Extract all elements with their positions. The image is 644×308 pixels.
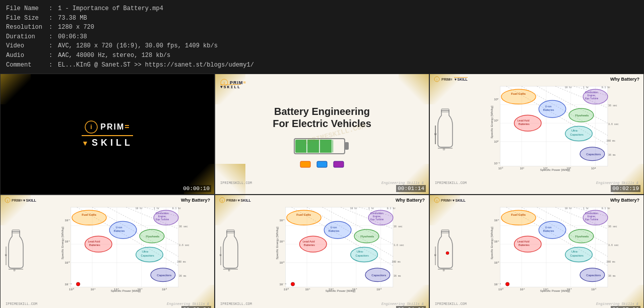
svg-text:10 hr: 10 hr	[565, 86, 572, 89]
corner-tl-5	[215, 195, 245, 225]
slide6-footer-right: Engineering Skills &	[596, 302, 638, 306]
svg-text:Combustion: Combustion	[156, 212, 169, 215]
meta-audio-label: Audio	[6, 51, 49, 60]
svg-text:10²: 10²	[494, 219, 499, 222]
svg-text:10²: 10²	[329, 288, 334, 291]
timestamp-5: 00:04:28	[396, 306, 426, 308]
thumbnail-1[interactable]: i PRIM= ▼SKILL 00:00:10	[0, 74, 215, 195]
svg-text:Gas Turbine: Gas Turbine	[156, 218, 169, 221]
svg-text:Ultra-: Ultra-	[571, 251, 578, 254]
svg-text:Lead Acid: Lead Acid	[88, 240, 100, 243]
svg-point-128	[76, 282, 80, 286]
svg-text:10¹: 10¹	[90, 288, 96, 291]
svg-text:10³: 10³	[137, 288, 143, 291]
meta-sep-5: :	[49, 41, 58, 51]
logo-prime-text: PRIM=	[100, 122, 130, 132]
svg-text:U-ion: U-ion	[330, 226, 337, 229]
bottle-svg-3: H D	[434, 108, 457, 151]
svg-text:3.6 sec: 3.6 sec	[608, 244, 619, 247]
svg-text:Flywheels: Flywheels	[575, 234, 589, 238]
svg-text:10⁰: 10⁰	[494, 261, 499, 265]
slide6-footer-left: IPRIMESKILL.COM	[435, 302, 467, 306]
corner-tl-3	[430, 74, 460, 104]
svg-text:10 hr: 10 hr	[350, 207, 358, 210]
chart-slide-5: i PRIM=▼SKILL Why Battery? H	[215, 195, 429, 308]
slide2-skill-text: ▼SKILL	[220, 84, 241, 89]
thumbnail-6[interactable]: i PRIM=▼SKILL Why Battery? H	[429, 195, 644, 308]
svg-text:H: H	[434, 133, 436, 136]
ragone-chart-4: Fuel Cells Combustion Engine, Gas Turbin…	[28, 204, 212, 296]
thumbnail-4[interactable]: i PRIM=▼SKILL Why Battery? H	[0, 195, 215, 308]
chart-slide-3: i PRIM= ▼SKILL Why Battery?	[430, 74, 643, 194]
meta-duration-value: 00:06:38	[58, 32, 87, 42]
thumb-2-inner: i PRIM= ▼SKILL iPRIMESKILL.COM Battery E…	[215, 74, 429, 194]
chart5-header: i PRIM=▼SKILL Why Battery?	[215, 195, 429, 204]
svg-text:10⁰: 10⁰	[279, 261, 285, 265]
svg-text:10²: 10²	[543, 288, 549, 291]
thumbnail-5[interactable]: i PRIM=▼SKILL Why Battery? H	[215, 195, 429, 308]
svg-text:i: i	[91, 124, 92, 131]
chart4-why-battery: Why Battery?	[181, 198, 210, 203]
svg-text:Gas Turbine: Gas Turbine	[585, 97, 599, 100]
bottle-svg-5: H D	[219, 229, 242, 272]
slide2-footer-left: IPRIMESKILL.COM	[220, 181, 252, 185]
svg-text:3.6 sec: 3.6 sec	[394, 244, 404, 247]
meta-video-value: AVC, 1280 x 720 (16:9), 30.00 fps, 1409 …	[58, 41, 218, 51]
svg-text:10¹: 10¹	[520, 288, 525, 291]
ragone-chart-3: Fuel Cells Combustion Engine, Gas Turbin…	[458, 83, 641, 175]
svg-rect-5	[345, 142, 349, 150]
svg-text:36 ms: 36 ms	[179, 275, 186, 277]
thumb-3-inner: i PRIM= ▼SKILL Why Battery?	[430, 74, 643, 194]
timestamp-3: 00:02:19	[611, 185, 640, 192]
svg-text:10⁻¹: 10⁻¹	[279, 283, 287, 286]
meta-comment-label: Comment	[6, 60, 49, 70]
svg-text:10⁴: 10⁴	[376, 288, 382, 291]
chart6-area: H D	[430, 204, 643, 299]
svg-text:10¹: 10¹	[494, 240, 499, 243]
svg-text:10⁴: 10⁴	[591, 288, 597, 291]
chart6-why-battery: Why Battery?	[610, 198, 639, 203]
svg-text:10⁻¹: 10⁻¹	[494, 283, 501, 286]
svg-text:Gas Turbine: Gas Turbine	[585, 218, 599, 221]
svg-text:10⁰: 10⁰	[498, 288, 504, 291]
slide3-footer-right: Engineering Skills &	[596, 181, 638, 185]
svg-text:0.1 hr: 0.1 hr	[387, 207, 396, 210]
meta-video: Video : AVC, 1280 x 720 (16:9), 30.00 fp…	[6, 41, 638, 51]
svg-text:360 ms: 360 ms	[392, 261, 401, 263]
svg-text:10⁰: 10⁰	[494, 140, 499, 143]
svg-text:H: H	[220, 254, 222, 257]
svg-text:10²: 10²	[114, 288, 119, 291]
svg-text:Batteries: Batteries	[329, 229, 340, 232]
svg-text:H: H	[5, 254, 7, 257]
svg-text:10⁰: 10⁰	[498, 166, 503, 170]
logo-top-row: i PRIM=	[84, 120, 130, 134]
meta-sep-6: :	[49, 51, 58, 60]
logo-skill-text: ▼SKILL	[82, 135, 133, 148]
svg-text:1 hr: 1 hr	[154, 207, 160, 210]
meta-sep-7: :	[49, 60, 58, 70]
svg-text:10⁰: 10⁰	[284, 288, 289, 291]
svg-text:36 ms: 36 ms	[608, 275, 616, 277]
meta-filename-value: 1 - Importance of Battery.mp4	[58, 4, 163, 14]
svg-text:Combustion: Combustion	[370, 212, 383, 215]
svg-text:Ultra-: Ultra-	[357, 251, 364, 254]
meta-sep-3: :	[49, 23, 58, 32]
svg-text:Engine,: Engine,	[158, 215, 167, 218]
chart-slide-6: i PRIM=▼SKILL Why Battery? H	[430, 195, 643, 308]
svg-text:Ultra-: Ultra-	[571, 130, 578, 133]
circuit-el-2	[316, 160, 329, 169]
svg-text:36 sec: 36 sec	[608, 105, 617, 107]
svg-rect-10	[300, 161, 310, 167]
thumbnail-3[interactable]: i PRIM= ▼SKILL Why Battery?	[429, 74, 644, 195]
svg-text:10³: 10³	[352, 288, 357, 291]
meta-resolution: Resolution : 1280 x 720	[6, 23, 638, 32]
svg-text:Capacitors: Capacitors	[141, 254, 154, 257]
meta-comment: Comment : EL...KInG @ Sanet.ST >> https:…	[6, 60, 638, 70]
timestamp-2: 00:01:14	[396, 185, 426, 192]
svg-text:Capacitors: Capacitors	[570, 133, 583, 136]
svg-text:Specific Energy [Wh/kg]: Specific Energy [Wh/kg]	[275, 227, 279, 260]
svg-text:360 ms: 360 ms	[606, 261, 615, 263]
slide3-footer: IPRIMESKILL.COM Engineering Skills &	[430, 181, 643, 185]
svg-text:0.1 hr: 0.1 hr	[602, 86, 611, 89]
thumbnail-2[interactable]: i PRIM= ▼SKILL iPRIMESKILL.COM Battery E…	[215, 74, 429, 195]
